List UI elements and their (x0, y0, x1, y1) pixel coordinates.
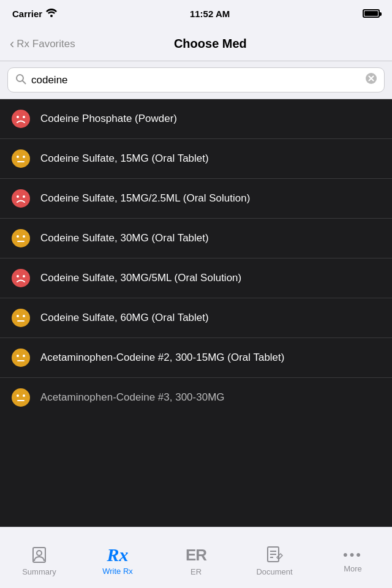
summary-icon (29, 545, 49, 565)
medication-icon (10, 386, 32, 409)
list-item[interactable]: Codeine Sulfate, 60MG (Oral Tablet) (0, 298, 392, 338)
tab-document-label: Document (256, 567, 292, 576)
tab-write-rx[interactable]: Rx Write Rx (78, 527, 157, 588)
list-item[interactable]: Codeine Phosphate (Powder) (0, 99, 392, 139)
tab-bar: Summary Rx Write Rx ER ER Document ••• M… (0, 527, 392, 588)
svg-point-32 (17, 394, 19, 397)
svg-point-23 (12, 309, 30, 327)
svg-point-9 (12, 149, 30, 168)
page-title: Choose Med (39, 37, 382, 51)
tab-summary-label: Summary (22, 567, 56, 576)
document-icon (265, 545, 284, 565)
medication-name: Codeine Sulfate, 15MG/2.5ML (Oral Soluti… (40, 191, 250, 206)
svg-point-0 (50, 15, 53, 17)
svg-point-25 (23, 315, 25, 317)
svg-line-2 (23, 81, 26, 84)
tab-document[interactable]: Document (235, 527, 314, 588)
svg-point-22 (23, 275, 25, 277)
battery-icon (363, 9, 380, 18)
tab-summary[interactable]: Summary (0, 527, 78, 588)
wifi-icon (46, 9, 57, 19)
list-item[interactable]: Codeine Sulfate, 30MG (Oral Tablet) (0, 219, 392, 258)
medication-icon (10, 108, 32, 130)
medication-icon (10, 148, 32, 170)
search-container (0, 61, 392, 99)
nav-bar: ‹ Rx Favorites Choose Med (0, 27, 392, 61)
svg-point-31 (12, 388, 30, 407)
list-item[interactable]: Acetaminophen-Codeine #3, 300-30MG (0, 378, 392, 417)
svg-point-21 (17, 275, 19, 277)
er-icon: ER (186, 546, 206, 565)
svg-point-11 (23, 156, 25, 158)
search-input[interactable] (31, 74, 361, 86)
svg-point-28 (17, 355, 19, 357)
medication-name: Codeine Sulfate, 30MG (Oral Tablet) (40, 231, 209, 246)
list-item[interactable]: Codeine Sulfate, 15MG (Oral Tablet) (0, 139, 392, 179)
tab-write-rx-label: Write Rx (102, 567, 133, 576)
svg-point-10 (17, 156, 19, 158)
medication-icon (10, 227, 32, 249)
medication-name: Codeine Phosphate (Powder) (40, 111, 177, 126)
svg-point-14 (17, 195, 19, 198)
medication-name: Codeine Sulfate, 15MG (Oral Tablet) (40, 151, 209, 166)
write-rx-icon: Rx (107, 546, 128, 564)
status-bar: Carrier 11:52 AM (0, 0, 392, 27)
search-bar (7, 67, 385, 92)
content-area: Codeine Phosphate (Powder) Codeine Sulfa… (0, 61, 392, 527)
svg-point-29 (23, 355, 25, 357)
svg-point-33 (23, 394, 25, 397)
svg-point-8 (23, 116, 25, 118)
svg-point-17 (17, 235, 19, 238)
medication-name: Acetaminophen-Codeine #2, 300-15MG (Oral… (40, 350, 284, 365)
tab-er[interactable]: ER ER (157, 527, 235, 588)
status-bar-left: Carrier (12, 9, 57, 19)
carrier-label: Carrier (12, 9, 42, 19)
svg-point-36 (37, 551, 42, 556)
tab-more[interactable]: ••• More (314, 527, 392, 588)
more-icon: ••• (343, 548, 363, 562)
svg-point-20 (12, 269, 30, 287)
svg-point-24 (17, 315, 19, 317)
tab-more-label: More (344, 564, 362, 573)
search-icon (15, 74, 26, 86)
list-item[interactable]: Acetaminophen-Codeine #2, 300-15MG (Oral… (0, 338, 392, 378)
svg-point-27 (12, 349, 30, 367)
medication-icon (10, 347, 32, 369)
svg-point-7 (17, 116, 19, 118)
list-item[interactable]: Codeine Sulfate, 30MG/5ML (Oral Solution… (0, 258, 392, 298)
svg-point-16 (12, 229, 30, 247)
status-bar-time: 11:52 AM (190, 9, 230, 19)
medication-name: Acetaminophen-Codeine #3, 300-30MG (40, 390, 225, 405)
svg-point-6 (12, 110, 30, 128)
medication-list: Codeine Phosphate (Powder) Codeine Sulfa… (0, 99, 392, 527)
medication-name: Codeine Sulfate, 60MG (Oral Tablet) (40, 311, 209, 325)
medication-icon (10, 187, 32, 209)
svg-point-15 (23, 195, 25, 198)
list-item[interactable]: Codeine Sulfate, 15MG/2.5ML (Oral Soluti… (0, 179, 392, 219)
svg-point-18 (23, 235, 25, 238)
back-chevron-icon: ‹ (10, 37, 14, 51)
medication-icon (10, 267, 32, 289)
medication-icon (10, 307, 32, 329)
medication-name: Codeine Sulfate, 30MG/5ML (Oral Solution… (40, 271, 241, 285)
search-clear-button[interactable] (366, 73, 377, 87)
tab-er-label: ER (190, 567, 202, 576)
status-bar-right (363, 9, 380, 18)
svg-point-13 (12, 189, 30, 208)
